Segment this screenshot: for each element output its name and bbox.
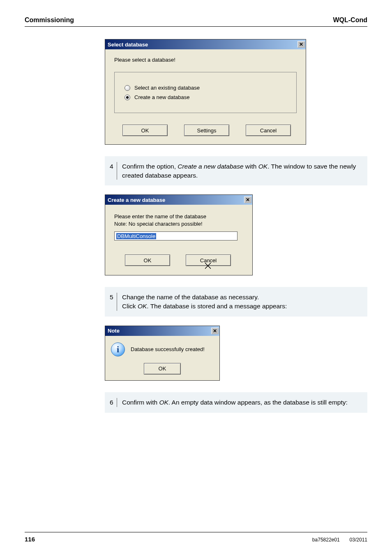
ok-button[interactable]: OK: [122, 125, 168, 136]
step5-line2a: Click: [122, 303, 138, 310]
close-icon[interactable]: ✕: [211, 328, 219, 334]
step4-b: with: [244, 163, 258, 170]
radio-create[interactable]: Create a new database: [125, 94, 286, 100]
footer-date: 03/2011: [350, 537, 367, 543]
step4-em1: Create a new database: [178, 163, 243, 170]
titlebar: Select database ✕: [105, 39, 306, 49]
ok-button[interactable]: OK: [144, 363, 181, 375]
step6-b: . An empty data window appears, as the d…: [168, 399, 348, 406]
cancel-button[interactable]: Cancel: [246, 125, 291, 136]
radio-icon: [125, 85, 130, 91]
close-icon[interactable]: ✕: [244, 197, 251, 203]
dialog-title: Select database: [108, 42, 297, 48]
titlebar: Create a new database ✕: [105, 195, 252, 205]
note-message: Database successfully created!: [131, 346, 205, 352]
step-number: 5: [110, 293, 117, 310]
step5-line2b: . The database is stored and a message a…: [147, 303, 287, 310]
page-number: 116: [25, 536, 35, 543]
step-number: 4: [110, 162, 117, 180]
dialog-title: Note: [108, 328, 211, 334]
dialog-create-database: Create a new database ✕ Please enter the…: [105, 194, 253, 275]
page-header: Commissioning WQL-Cond: [25, 16, 367, 27]
step-5: 5 Change the name of the database as nec…: [105, 287, 367, 316]
step4-em2: OK: [258, 163, 267, 170]
page-footer: 116 ba75822e01 03/2011: [25, 532, 367, 543]
step6-a: Confirm with: [122, 399, 159, 406]
dialog-select-database: Select database ✕ Please select a databa…: [105, 39, 306, 145]
step-4: 4 Confirm the option, Create a new datab…: [105, 156, 367, 185]
header-left: Commissioning: [25, 16, 74, 24]
dialog-note: Note ✕ i Database successfully created! …: [105, 326, 220, 381]
radio-icon: [125, 95, 130, 100]
radio-create-label: Create a new database: [134, 94, 189, 100]
titlebar: Note ✕: [105, 326, 219, 336]
ok-button[interactable]: OK: [125, 254, 170, 266]
footer-doc: ba75822e01: [312, 537, 340, 543]
step6-em: OK: [159, 399, 168, 406]
step5-em: OK: [138, 303, 147, 310]
select-db-prompt: Please select a database!: [114, 57, 297, 63]
header-right: WQL-Cond: [333, 16, 367, 24]
dialog-title: Create a new database: [108, 197, 244, 203]
radio-existing-label: Select an existing database: [134, 85, 200, 91]
radio-existing[interactable]: Select an existing database: [125, 85, 286, 91]
cancel-button[interactable]: Cancel: [186, 254, 231, 266]
database-name-input[interactable]: DBMultiConsole: [114, 231, 238, 240]
radio-group: Select an existing database Create a new…: [114, 72, 297, 113]
close-icon[interactable]: ✕: [297, 41, 305, 48]
create-db-prompt: Please enter the name of the database No…: [114, 213, 243, 227]
step-number: 6: [110, 398, 117, 407]
step5-line1: Change the name of the database as neces…: [122, 293, 362, 302]
step-6: 6 Confirm with OK. An empty data window …: [105, 392, 367, 413]
settings-button[interactable]: Settings: [184, 125, 229, 136]
info-icon: i: [111, 342, 125, 356]
step4-a: Confirm the option,: [122, 163, 178, 170]
